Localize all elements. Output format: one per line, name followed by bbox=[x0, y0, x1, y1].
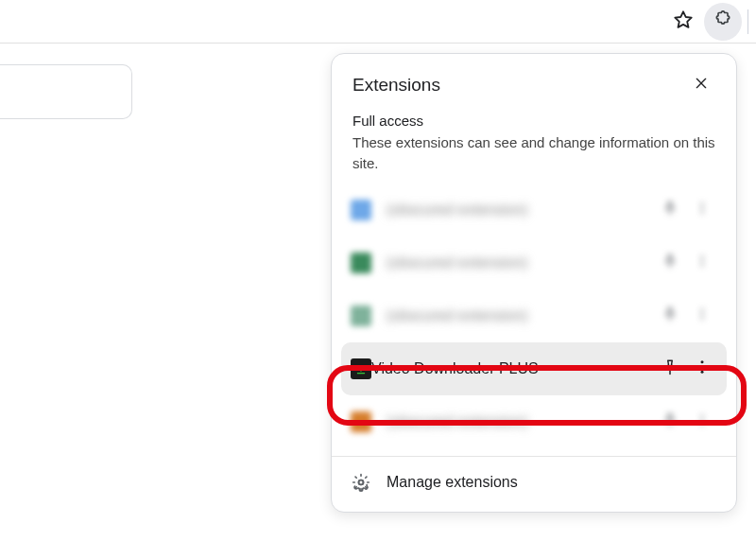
pin-icon bbox=[662, 358, 679, 379]
extension-icon bbox=[351, 253, 371, 273]
puzzle-piece-icon bbox=[713, 10, 732, 33]
pin-button[interactable] bbox=[655, 354, 685, 384]
svg-point-5 bbox=[701, 211, 703, 213]
extension-name: (obscured extension) bbox=[387, 254, 653, 271]
browser-toolbar bbox=[0, 0, 756, 44]
extension-icon bbox=[351, 411, 371, 432]
extension-icon bbox=[351, 305, 371, 326]
pin-icon bbox=[662, 201, 678, 219]
section-description: These extensions can see and change info… bbox=[332, 131, 736, 183]
more-vertical-icon bbox=[695, 306, 710, 325]
extension-row[interactable]: (obscured extension) bbox=[341, 395, 727, 448]
extension-row[interactable]: (obscured extension) bbox=[341, 289, 727, 342]
left-floating-box bbox=[0, 64, 132, 119]
more-vertical-icon bbox=[695, 253, 710, 272]
more-vertical-icon bbox=[695, 412, 710, 431]
popup-title: Extensions bbox=[352, 75, 440, 96]
gear-icon bbox=[351, 472, 371, 493]
svg-point-15 bbox=[701, 370, 704, 373]
extensions-list: (obscured extension) (obscured extension… bbox=[332, 183, 736, 448]
close-button[interactable] bbox=[687, 71, 715, 99]
extension-icon bbox=[351, 200, 371, 220]
pin-button[interactable] bbox=[655, 407, 685, 437]
svg-point-14 bbox=[701, 365, 704, 368]
more-actions-button[interactable] bbox=[687, 407, 717, 437]
extension-name: (obscured extension) bbox=[387, 201, 653, 218]
pin-icon bbox=[662, 412, 678, 431]
more-actions-button[interactable] bbox=[687, 195, 717, 225]
extension-row[interactable]: (obscured extension) bbox=[341, 236, 727, 289]
svg-point-4 bbox=[701, 206, 703, 208]
svg-point-8 bbox=[701, 264, 703, 266]
extensions-toolbar-button[interactable] bbox=[704, 3, 742, 41]
svg-rect-12 bbox=[357, 373, 365, 374]
extension-row-video-downloader-plus[interactable]: Video Downloader PLUS bbox=[341, 342, 727, 395]
extension-name: (obscured extension) bbox=[387, 413, 653, 430]
svg-point-17 bbox=[701, 418, 703, 420]
popup-header: Extensions bbox=[332, 54, 736, 107]
svg-point-16 bbox=[701, 414, 703, 416]
pin-button[interactable] bbox=[655, 301, 685, 331]
star-icon bbox=[673, 9, 694, 34]
extension-name: (obscured extension) bbox=[387, 307, 653, 324]
more-vertical-icon bbox=[695, 201, 710, 219]
svg-point-3 bbox=[701, 202, 703, 204]
extension-icon bbox=[351, 358, 371, 379]
svg-point-9 bbox=[701, 308, 703, 310]
pin-icon bbox=[662, 253, 678, 272]
extensions-popup: Extensions Full access These extensions … bbox=[331, 53, 737, 513]
svg-point-13 bbox=[701, 360, 704, 363]
svg-point-20 bbox=[359, 480, 364, 484]
section-heading: Full access bbox=[332, 107, 736, 131]
pin-button[interactable] bbox=[655, 248, 685, 278]
svg-point-7 bbox=[701, 259, 703, 261]
extension-row[interactable]: (obscured extension) bbox=[341, 183, 727, 236]
svg-marker-0 bbox=[675, 11, 691, 27]
more-vertical-icon bbox=[694, 358, 711, 379]
extension-name: Video Downloader PLUS bbox=[371, 360, 653, 377]
manage-extensions-label: Manage extensions bbox=[387, 474, 518, 491]
more-actions-button[interactable] bbox=[687, 248, 717, 278]
toolbar-divider bbox=[747, 9, 748, 34]
bookmark-star-button[interactable] bbox=[664, 3, 702, 41]
manage-extensions-button[interactable]: Manage extensions bbox=[332, 457, 736, 506]
pin-icon bbox=[662, 306, 678, 325]
pin-button[interactable] bbox=[655, 195, 685, 225]
more-actions-button[interactable] bbox=[687, 354, 717, 384]
more-actions-button[interactable] bbox=[687, 301, 717, 331]
svg-point-11 bbox=[701, 317, 703, 319]
svg-point-6 bbox=[701, 255, 703, 257]
svg-point-10 bbox=[701, 312, 703, 314]
svg-point-18 bbox=[701, 423, 703, 425]
close-icon bbox=[694, 76, 709, 95]
